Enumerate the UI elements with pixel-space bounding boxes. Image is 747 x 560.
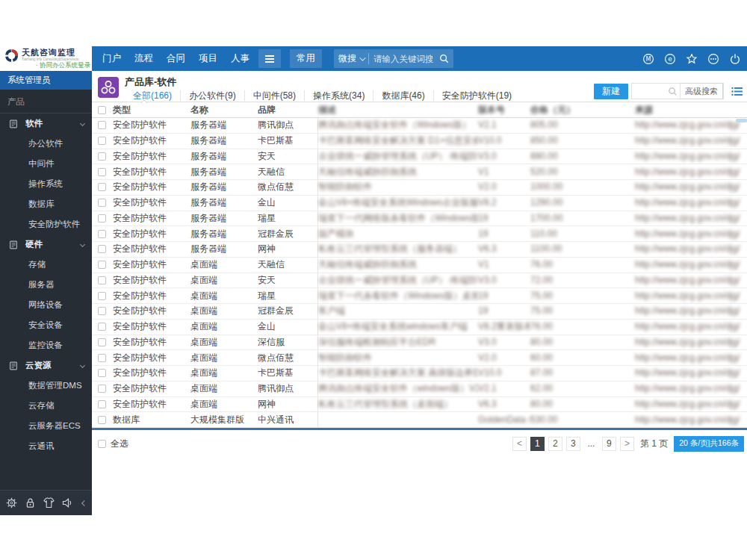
pagination-page-2[interactable]: 2 bbox=[548, 437, 562, 451]
more-circle-icon[interactable] bbox=[707, 53, 719, 65]
row-checkbox[interactable] bbox=[98, 183, 106, 191]
row-checkbox[interactable] bbox=[98, 152, 106, 161]
nav-item-pinned[interactable]: 常用 bbox=[290, 49, 322, 68]
pagination-page-1[interactable]: 1 bbox=[530, 437, 545, 451]
advanced-search-button[interactable]: 高级搜索 bbox=[680, 83, 723, 99]
search-scope-label[interactable]: 微搜 bbox=[338, 52, 356, 65]
gear-icon[interactable] bbox=[6, 497, 17, 508]
table-row[interactable]: 安全防护软件服务器端冠群金辰国产模块19110.00http://www.zjc… bbox=[92, 226, 747, 242]
sidebar-item-操作系统[interactable]: 操作系统 bbox=[0, 174, 92, 194]
chevron-down-icon[interactable] bbox=[359, 55, 365, 60]
m-circle-icon[interactable]: M bbox=[642, 53, 654, 65]
filter-search-icon[interactable] bbox=[668, 87, 678, 96]
row-checkbox[interactable] bbox=[98, 338, 106, 346]
sidebar-item-数据库[interactable]: 数据库 bbox=[0, 194, 92, 214]
pagination-page-9[interactable]: 9 bbox=[602, 437, 616, 451]
nav-hamburger-button[interactable] bbox=[258, 49, 281, 68]
row-checkbox[interactable] bbox=[98, 307, 106, 315]
row-checkbox[interactable] bbox=[98, 323, 106, 331]
row-checkbox[interactable] bbox=[98, 400, 106, 408]
row-checkbox[interactable] bbox=[98, 276, 106, 284]
table-row[interactable]: 安全防护软件服务器端金山金山V8+终端安全系统Windows企业版服务端V8.2… bbox=[92, 196, 747, 211]
table-row[interactable]: 安全防护软件桌面端冠群金辰客户端1975.00http://www.zjcg.g… bbox=[92, 304, 747, 320]
table-row[interactable]: 安全防护软件桌面端瑞星瑞星下一代杀毒软件（Windows版）桌面模块1975.0… bbox=[92, 288, 747, 304]
tab-操作系统(34)[interactable]: 操作系统(34) bbox=[304, 90, 373, 101]
sidebar-role-header[interactable]: 系统管理员 bbox=[0, 71, 92, 90]
speaker-icon[interactable] bbox=[62, 497, 73, 508]
tab-安全防护软件(19)[interactable]: 安全防护软件(19) bbox=[433, 90, 520, 101]
row-checkbox[interactable] bbox=[98, 230, 106, 238]
row-checkbox[interactable] bbox=[98, 168, 106, 176]
vertical-scrollbar-thumb[interactable] bbox=[736, 119, 747, 122]
row-checkbox[interactable] bbox=[98, 199, 106, 207]
table-row[interactable]: 安全防护软件桌面端金山金山V8+终端安全系统windows客户端V8.2重装版本… bbox=[92, 320, 747, 335]
power-icon[interactable] bbox=[729, 53, 741, 65]
table-row[interactable]: 安全防护软件服务器端微点佰慧智能防御软件V2.01000.00http://ww… bbox=[92, 180, 747, 196]
row-checkbox[interactable] bbox=[98, 245, 106, 253]
row-checkbox[interactable] bbox=[98, 261, 106, 269]
row-checkbox[interactable] bbox=[98, 354, 106, 362]
search-icon[interactable] bbox=[439, 54, 449, 63]
sidebar-item-数据管理DMS[interactable]: 数据管理DMS bbox=[0, 376, 92, 396]
pagination-next-button[interactable]: > bbox=[620, 437, 634, 451]
row-checkbox[interactable] bbox=[98, 214, 106, 223]
sidebar-item-办公软件[interactable]: 办公软件 bbox=[0, 134, 92, 154]
top-nav-item[interactable]: 合同 bbox=[167, 52, 185, 65]
sidebar-item-云存储[interactable]: 云存储 bbox=[0, 396, 92, 416]
table-row[interactable]: 安全防护软件服务器端卡巴斯基卡巴斯基网络安全解决方案 D1+信息安全软件V4.5… bbox=[92, 134, 747, 149]
table-row[interactable]: 安全防护软件服务器端腾讯御点腾讯御点终端安全软件（Windows版）V2.180… bbox=[92, 118, 747, 134]
table-row[interactable]: 安全防护软件服务器端安天企业级统一威胁管理系统（UP）·终端防御系统V3.088… bbox=[92, 149, 747, 165]
sidebar-item-云服务器ECS[interactable]: 云服务器ECS bbox=[0, 416, 92, 436]
list-view-toggle-icon[interactable] bbox=[731, 87, 743, 96]
sidebar-item-监控设备[interactable]: 监控设备 bbox=[0, 335, 92, 355]
header-checkbox[interactable] bbox=[98, 106, 106, 114]
sidebar-group-header-0[interactable]: 软件 bbox=[0, 113, 92, 134]
sidebar-item-云通讯[interactable]: 云通讯 bbox=[0, 436, 92, 456]
lock-icon[interactable] bbox=[25, 497, 36, 508]
sidebar-group-header-1[interactable]: 硬件 bbox=[0, 234, 92, 255]
shirt-icon[interactable] bbox=[43, 497, 55, 508]
pagination-prev-button[interactable]: < bbox=[512, 437, 527, 451]
collapse-icon[interactable] bbox=[81, 500, 86, 507]
row-checkbox[interactable] bbox=[98, 369, 106, 377]
tab-办公软件(9)[interactable]: 办公软件(9) bbox=[180, 90, 244, 101]
pagination-page-3[interactable]: 3 bbox=[566, 437, 580, 451]
table-row[interactable]: 安全防护软件服务器端瑞星瑞星下一代网络版杀毒软件（Windows版）标准模块19… bbox=[92, 211, 747, 227]
sidebar-item-中间件[interactable]: 中间件 bbox=[0, 154, 92, 174]
star-icon[interactable] bbox=[686, 53, 698, 65]
table-row[interactable]: 安全防护软件服务器端网神私有云三代管理型系统（服务器端）V6.31100.00h… bbox=[92, 242, 747, 258]
new-button[interactable]: 新建 bbox=[594, 84, 628, 99]
sidebar-group-header-2[interactable]: 云资源 bbox=[0, 355, 92, 376]
table-row[interactable]: 安全防护软件桌面端网神私有云三代管理型系统（桌面端）V6.380.00http:… bbox=[92, 397, 747, 413]
table-row[interactable]: 安全防护软件桌面端天融信天融信终端威胁防御系统V176.00http://www… bbox=[92, 258, 747, 273]
page-size-info-badge[interactable]: 20 条/页|共166条 bbox=[674, 436, 744, 452]
horizontal-scrollbar[interactable] bbox=[92, 428, 747, 430]
tab-中间件(58)[interactable]: 中间件(58) bbox=[244, 90, 304, 101]
tab-数据库(46)[interactable]: 数据库(46) bbox=[373, 90, 433, 101]
row-checkbox[interactable] bbox=[98, 385, 106, 393]
top-nav-item[interactable]: 流程 bbox=[134, 52, 153, 65]
table-row[interactable]: 数据库大规模集群版中兴通讯GoldenData s...530.00http:/… bbox=[92, 412, 747, 428]
global-search-input[interactable] bbox=[374, 55, 439, 63]
table-row[interactable]: 安全防护软件桌面端卡巴斯基卡巴斯基网络安全解决方案 高级版边界防护 -KESV1… bbox=[92, 366, 747, 382]
table-row[interactable]: 安全防护软件服务器端天融信天融信终端威胁防御系统V1520.00http://w… bbox=[92, 164, 747, 180]
table-row[interactable]: 安全防护软件桌面端安天企业级统一威胁管理系统（UP）·终端防御系统V3.072.… bbox=[92, 273, 747, 289]
tab-全部(166)[interactable]: 全部(166) bbox=[125, 90, 180, 101]
table-row[interactable]: 安全防护软件桌面端微点佰慧智能防御软件V2.060.00http://www.z… bbox=[92, 350, 747, 366]
row-checkbox[interactable] bbox=[98, 416, 106, 424]
e-circle-icon[interactable]: e bbox=[664, 53, 676, 65]
row-checkbox[interactable] bbox=[98, 121, 106, 129]
sidebar-item-安全设备[interactable]: 安全设备 bbox=[0, 315, 92, 335]
top-nav-item[interactable]: 门户 bbox=[102, 52, 121, 65]
sidebar-item-网络设备[interactable]: 网络设备 bbox=[0, 295, 92, 315]
sidebar-item-服务器[interactable]: 服务器 bbox=[0, 275, 92, 295]
table-row[interactable]: 安全防护软件桌面端腾讯御点腾讯御点终端安全软件（windows版）V2.1V2.… bbox=[92, 382, 747, 397]
table-row[interactable]: 安全防护软件桌面端深信服深信服终端检测响应平台EDRV3.080.00http:… bbox=[92, 335, 747, 351]
row-checkbox[interactable] bbox=[98, 292, 106, 300]
row-checkbox[interactable] bbox=[98, 137, 106, 145]
top-nav-item[interactable]: 人事 bbox=[231, 52, 249, 65]
sidebar-item-安全防护软件[interactable]: 安全防护软件 bbox=[0, 214, 92, 234]
login-link[interactable]: · 协同办公系统登录 bbox=[0, 61, 90, 70]
sidebar-item-存储[interactable]: 存储 bbox=[0, 255, 92, 275]
top-nav-item[interactable]: 项目 bbox=[199, 52, 217, 65]
